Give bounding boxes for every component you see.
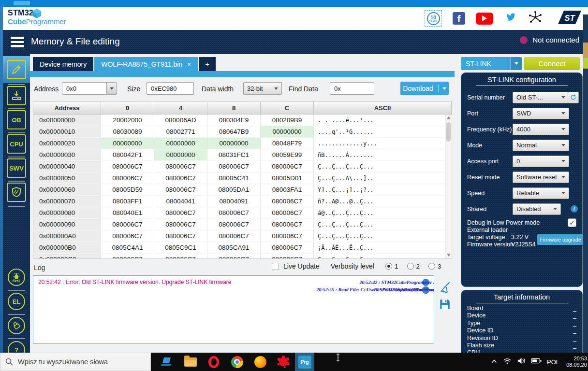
- hex-cell[interactable]: 080006C7: [154, 184, 207, 195]
- twitter-icon[interactable]: [504, 12, 517, 25]
- hex-cell[interactable]: 08004091: [207, 196, 261, 207]
- hex-cell[interactable]: 08059E99: [261, 149, 314, 160]
- hex-cell[interactable]: 08002771: [154, 126, 207, 137]
- data-width-select[interactable]: 32-bit: [243, 82, 282, 95]
- language-indicator[interactable]: POL: [547, 358, 559, 366]
- sidebar-item-swv[interactable]: SWV: [7, 158, 26, 178]
- hex-cell[interactable]: 08003FA1: [261, 184, 314, 195]
- hex-cell[interactable]: 08031FC1: [207, 149, 261, 160]
- hex-cell[interactable]: 08030089: [101, 126, 154, 137]
- speed-select[interactable]: Reliable: [513, 187, 569, 199]
- ten-years-badge[interactable]: 10YEARS: [425, 10, 442, 27]
- scroll-up-icon[interactable]: [447, 116, 451, 119]
- verbosity-radio-2[interactable]: [407, 263, 414, 270]
- firmware-upgrade-button[interactable]: Firmware upgrade: [537, 234, 584, 245]
- hex-cell[interactable]: 0805C4A1: [101, 242, 154, 253]
- hex-cell[interactable]: 00000000: [154, 138, 207, 149]
- taskbar-clock[interactable]: 20:53 08.09.20: [565, 356, 587, 369]
- hex-cell[interactable]: 080006C7: [101, 172, 154, 184]
- tab-new[interactable]: +: [199, 57, 216, 71]
- hex-cell[interactable]: 080006C7: [101, 254, 154, 259]
- clear-log-button[interactable]: [439, 281, 451, 296]
- volume-icon[interactable]: [517, 357, 526, 367]
- hex-cell[interactable]: 080006C7: [154, 207, 207, 218]
- sidebar-item-option-bytes[interactable]: OB: [7, 110, 26, 129]
- hex-cell[interactable]: 00000000: [261, 126, 314, 137]
- hex-cell[interactable]: 080006C7: [207, 219, 261, 230]
- hamburger-menu-icon[interactable]: [11, 37, 24, 49]
- hex-cell[interactable]: 20002000: [101, 114, 154, 126]
- hex-cell[interactable]: 08005D59: [101, 184, 154, 195]
- tab-device-memory[interactable]: Device memory: [33, 57, 93, 71]
- find-data-input[interactable]: [330, 82, 374, 95]
- hex-cell[interactable]: 080006C7: [261, 219, 314, 230]
- tray-chevron-icon[interactable]: [491, 357, 498, 366]
- table-scrollbar[interactable]: [445, 114, 452, 258]
- hex-cell[interactable]: 080006C7: [261, 230, 314, 242]
- download-button[interactable]: Download: [400, 82, 449, 95]
- scrollbar-thumb[interactable]: [446, 122, 451, 142]
- verbosity-radio-1[interactable]: [385, 263, 392, 270]
- facebook-icon[interactable]: f: [453, 12, 465, 25]
- tab-open-file[interactable]: WOLF-RA8875_GT911.bin×: [94, 57, 198, 71]
- hex-cell[interactable]: 080304E9: [207, 114, 261, 126]
- close-icon[interactable]: ×: [187, 60, 191, 68]
- verbosity-radio-3[interactable]: [428, 263, 435, 270]
- serial-number-select[interactable]: Old ST-...: [513, 92, 569, 103]
- sidebar-item-beta[interactable]: BETA: [8, 269, 25, 286]
- taskbar-search-box[interactable]: Wpisz tu wyszukiwane słowa: [0, 353, 151, 371]
- hex-cell[interactable]: 080006C7: [101, 219, 154, 230]
- hex-cell[interactable]: 080006C7: [154, 254, 207, 259]
- sidebar-item-erasing-programming[interactable]: [7, 86, 26, 105]
- address-combo[interactable]: 0x0: [62, 82, 117, 95]
- mode-select[interactable]: Normal: [513, 140, 569, 151]
- sidebar-item-signing-tool[interactable]: [8, 317, 25, 334]
- hex-cell[interactable]: 08005C41: [207, 172, 261, 184]
- probe-dropdown-button[interactable]: [510, 57, 522, 70]
- save-log-button[interactable]: [439, 298, 451, 313]
- connect-button[interactable]: Connect: [524, 57, 580, 70]
- probe-selector[interactable]: ST-LINK: [461, 57, 522, 70]
- reset-mode-select[interactable]: Software reset: [513, 171, 569, 183]
- scroll-down-icon[interactable]: [447, 254, 451, 257]
- sidebar-item-cpu[interactable]: CPU: [7, 134, 26, 154]
- hex-cell[interactable]: 080042F1: [101, 149, 154, 160]
- address-dropdown-button[interactable]: [106, 83, 117, 94]
- hex-cell[interactable]: 0805C9C1: [154, 242, 207, 253]
- sidebar-item-security[interactable]: [7, 183, 26, 202]
- hex-cell[interactable]: 0805CA91: [207, 242, 261, 253]
- log-output[interactable]: 20:52:42 : STM32CubeProgrammer API v2.11…: [33, 275, 434, 344]
- hex-cell[interactable]: 08004041: [154, 196, 207, 207]
- hex-cell[interactable]: 080006C7: [154, 172, 207, 184]
- hex-cell[interactable]: 080006C7: [154, 219, 207, 230]
- sidebar-item-external-loader[interactable]: EL: [8, 293, 25, 310]
- hex-cell[interactable]: 08048F79: [261, 138, 314, 149]
- shared-select[interactable]: Disabled: [513, 203, 561, 215]
- hex-cell[interactable]: 080006C7: [154, 230, 207, 242]
- hex-cell[interactable]: 080209B9: [261, 114, 314, 126]
- debug-low-power-checkbox[interactable]: ✓: [568, 218, 576, 227]
- taskbar-app-file-explorer[interactable]: [179, 353, 202, 371]
- hex-cell[interactable]: 080006C7: [261, 196, 314, 207]
- hex-cell[interactable]: 080647B9: [207, 126, 261, 137]
- taskbar-app-remote-desktop[interactable]: [156, 353, 179, 371]
- st-logo[interactable]: ST: [553, 10, 581, 27]
- hex-cell[interactable]: 080006C7: [207, 207, 261, 218]
- battery-icon[interactable]: [531, 357, 542, 366]
- hex-cell[interactable]: 08003FF1: [101, 196, 154, 207]
- hex-cell[interactable]: 08005D01: [261, 172, 314, 184]
- youtube-icon[interactable]: [476, 13, 493, 25]
- hex-cell[interactable]: 080006C7: [261, 242, 314, 253]
- hex-cell[interactable]: 080006C7: [207, 230, 261, 242]
- hex-cell[interactable]: 080006C7: [261, 207, 314, 218]
- community-icon[interactable]: [528, 10, 543, 27]
- taskbar-app-firefox[interactable]: [249, 353, 272, 371]
- hex-cell[interactable]: 08005DA1: [207, 184, 261, 195]
- sidebar-item-memory-file-editing[interactable]: [7, 60, 26, 79]
- hex-cell[interactable]: 080006C7: [101, 161, 154, 172]
- live-update-checkbox[interactable]: [272, 263, 279, 270]
- hex-cell[interactable]: 00000000: [207, 138, 261, 149]
- port-select[interactable]: SWD: [513, 108, 569, 119]
- hex-cell[interactable]: 00000000: [101, 138, 154, 149]
- taskbar-app-cube-programmer[interactable]: Prg: [295, 353, 314, 371]
